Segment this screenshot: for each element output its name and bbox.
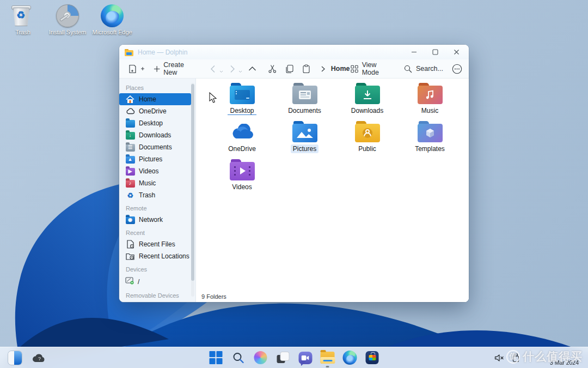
downloads-folder-icon (355, 83, 380, 105)
forward-caret-icon (238, 70, 242, 73)
file-explorer-button[interactable] (321, 351, 335, 365)
sidebar-item-recent-files[interactable]: Recent Files (119, 238, 191, 250)
cut-button[interactable] (268, 64, 277, 74)
volume-muted-button[interactable] (494, 354, 504, 362)
copy-icon (285, 64, 294, 74)
copilot-button[interactable] (254, 351, 268, 365)
sidebar-item-label: Trash (139, 191, 155, 199)
close-button[interactable] (453, 49, 460, 56)
folder-item-templates[interactable]: Templates (399, 121, 461, 159)
create-new-button[interactable]: Create New (154, 61, 198, 76)
sidebar-item-network[interactable]: ◉ Network (119, 214, 191, 226)
desktop-icon-trash[interactable]: ♻ Trash (0, 4, 46, 37)
up-button[interactable] (248, 64, 257, 74)
dolphin-window: Home — Dolphin (119, 45, 469, 302)
folder-item-pictures[interactable]: Pictures (273, 121, 336, 159)
sidebar-item-label: Music (139, 179, 156, 187)
sidebar-item-desktop[interactable]: Desktop (119, 117, 191, 129)
minimize-button[interactable] (411, 49, 418, 56)
create-new-label: Create New (163, 61, 197, 76)
device-label: / (138, 278, 139, 286)
folder-item-documents[interactable]: Documents (273, 83, 336, 121)
window-folder-icon (125, 49, 133, 56)
titlebar[interactable]: Home — Dolphin (119, 45, 469, 59)
store-button[interactable] (365, 351, 379, 365)
folder-item-videos[interactable]: Videos (211, 159, 273, 197)
documents-folder-icon (292, 83, 317, 105)
sidebar-scrollbar-thumb[interactable] (191, 84, 194, 281)
sidebar-item-music[interactable]: ♪ Music (119, 177, 191, 189)
taskbar: ? (0, 347, 588, 368)
widgets-button[interactable] (8, 351, 22, 365)
paste-button[interactable] (302, 64, 311, 74)
music-folder-icon: ♪ (126, 180, 135, 188)
folder-item-music[interactable]: Music (399, 83, 461, 121)
search-icon (403, 64, 413, 74)
sidebar-item-label: Network (139, 216, 163, 224)
sidebar-item-trash[interactable]: ♻ Trash (119, 189, 191, 201)
folder-item-public[interactable]: Public (336, 121, 399, 159)
sidebar-scrollbar (191, 83, 194, 297)
forward-button[interactable] (228, 64, 242, 74)
folder-label: OneDrive (226, 144, 258, 153)
desktop-icon-edge[interactable]: Microsoft Edge (89, 4, 135, 37)
taskbar-clock-date[interactable]: 3 Mar 2024 (550, 359, 579, 366)
scissors-icon (268, 64, 277, 74)
cloud-icon (125, 107, 135, 116)
pictures-folder-icon (292, 121, 317, 143)
install-disc-icon (56, 4, 79, 27)
up-icon (248, 64, 257, 74)
toolbar: Create New (119, 59, 469, 79)
sidebar-item-root-device[interactable]: / (119, 276, 195, 286)
running-indicator (326, 366, 329, 367)
search-taskbar-button[interactable] (231, 351, 246, 365)
new-tab-button[interactable] (128, 64, 145, 74)
system-tray (494, 347, 519, 368)
clipboard-icon (302, 64, 311, 74)
folder-label: Downloads (349, 106, 385, 115)
usb-device-button[interactable] (512, 353, 519, 363)
folder-item-downloads[interactable]: Downloads (336, 83, 399, 121)
folder-label: Music (419, 106, 440, 115)
sidebar-item-pictures[interactable]: ▲ Pictures (119, 153, 191, 165)
desktop-folder-icon (230, 83, 255, 105)
sidebar-item-label: Desktop (139, 119, 163, 127)
folder-item-onedrive[interactable]: OneDrive (211, 121, 273, 159)
desktop-root: ♻ Trash Install System Microsoft Edge Ho… (0, 0, 588, 368)
search-button[interactable]: Search... (403, 64, 443, 74)
sidebar-item-label: Downloads (139, 131, 171, 139)
edge-icon (343, 351, 357, 365)
windows-logo-icon (210, 351, 223, 364)
view-mode-button[interactable]: View Mode (350, 61, 394, 76)
chat-button[interactable] (298, 351, 313, 365)
new-tab-icon (128, 64, 137, 74)
video-camera-icon (302, 355, 309, 360)
sidebar-item-onedrive[interactable]: OneDrive (119, 105, 191, 117)
breadcrumb[interactable]: Home (321, 65, 350, 73)
sidebar-item-downloads[interactable]: ↓ Downloads (119, 129, 191, 141)
copy-button[interactable] (285, 64, 294, 74)
network-folder-icon: ◉ (126, 216, 135, 224)
section-header-remote: Remote (119, 201, 195, 214)
menu-button[interactable] (452, 64, 462, 74)
task-view-button[interactable] (276, 351, 290, 365)
plus-small-icon (140, 67, 145, 71)
sidebar-item-home[interactable]: Home (119, 93, 191, 105)
start-button[interactable] (209, 351, 223, 365)
store-icon (366, 351, 379, 364)
folder-item-desktop[interactable]: Desktop (211, 83, 273, 121)
edge-taskbar-button[interactable] (343, 351, 357, 365)
sidebar-item-label: Recent Locations (139, 252, 189, 260)
file-explorer-icon (321, 352, 335, 364)
back-button[interactable] (209, 64, 223, 74)
grid-icon (350, 64, 359, 74)
sidebar-item-recent-locations[interactable]: Recent Locations (119, 250, 191, 262)
weather-widget-button[interactable]: ? (32, 351, 46, 365)
templates-folder-icon (418, 121, 443, 143)
maximize-button[interactable] (432, 49, 439, 56)
sidebar-item-documents[interactable]: ☰ Documents (119, 141, 191, 153)
desktop-icon-install-system[interactable]: Install System (45, 4, 90, 37)
sidebar-item-videos[interactable]: ▶ Videos (119, 165, 191, 177)
desktop-icon-label: Microsoft Edge (89, 29, 135, 37)
volume-muted-icon (494, 354, 504, 362)
